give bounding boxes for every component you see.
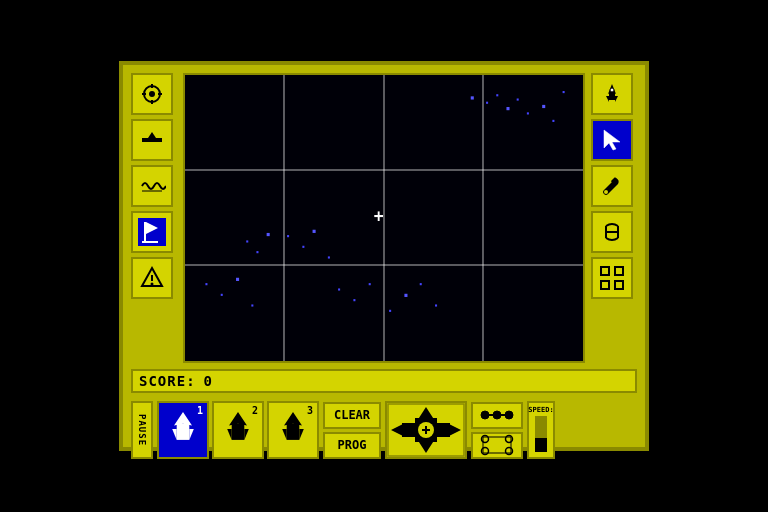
clear-button[interactable]: CLEAR	[323, 402, 381, 429]
svg-rect-25	[517, 98, 519, 100]
alert-icon-btn[interactable]	[131, 257, 173, 299]
dpad-container	[385, 401, 467, 459]
svg-rect-34	[246, 240, 248, 242]
svg-rect-93	[483, 437, 511, 453]
formation-1-button[interactable]	[471, 402, 523, 429]
svg-rect-35	[256, 251, 258, 253]
formation-2-button[interactable]	[471, 432, 523, 459]
rocket-icon-btn[interactable]	[591, 73, 633, 115]
svg-rect-30	[287, 235, 289, 237]
svg-point-1	[149, 91, 155, 97]
svg-rect-22	[486, 102, 488, 104]
svg-point-55	[604, 190, 608, 194]
svg-rect-60	[601, 281, 609, 289]
svg-marker-69	[244, 429, 249, 440]
svg-point-53	[610, 88, 614, 92]
svg-rect-41	[338, 288, 340, 290]
svg-rect-10	[144, 222, 146, 242]
svg-marker-72	[282, 429, 287, 440]
svg-marker-73	[299, 429, 304, 440]
ship-2-button[interactable]: 2	[212, 401, 264, 459]
ship-3-number: 3	[307, 405, 313, 416]
svg-rect-61	[615, 281, 623, 289]
svg-rect-6	[142, 138, 162, 142]
pause-button[interactable]: PAUSE	[131, 401, 153, 459]
game-grid: +	[183, 73, 585, 363]
svg-rect-28	[552, 120, 554, 122]
score-bar: SCORE: 0	[131, 369, 637, 393]
svg-rect-33	[328, 256, 330, 258]
score-value: 0	[204, 373, 213, 389]
svg-rect-40	[251, 304, 253, 306]
right-panel	[591, 73, 637, 363]
svg-marker-54	[604, 130, 620, 150]
svg-rect-47	[435, 304, 437, 306]
svg-rect-42	[353, 299, 355, 301]
svg-marker-70	[284, 412, 302, 426]
prog-button[interactable]: PROG	[323, 432, 381, 459]
svg-rect-39	[236, 278, 239, 281]
svg-rect-27	[542, 105, 545, 108]
game-container: +	[119, 61, 649, 451]
svg-rect-29	[563, 91, 565, 93]
svg-rect-58	[601, 267, 609, 275]
svg-marker-62	[174, 412, 192, 426]
svg-rect-26	[527, 112, 529, 114]
ship-small-icon-btn[interactable]	[131, 119, 173, 161]
ship-1-number: 1	[197, 405, 203, 416]
wrench-icon-btn[interactable]	[591, 165, 633, 207]
svg-rect-43	[369, 283, 371, 285]
svg-rect-67	[232, 424, 245, 440]
cursor-icon-btn[interactable]	[591, 119, 633, 161]
svg-rect-71	[287, 424, 300, 440]
svg-marker-65	[189, 429, 194, 440]
ship-3-button[interactable]: 3	[267, 401, 319, 459]
svg-rect-63	[177, 424, 190, 440]
svg-rect-8	[142, 190, 162, 192]
svg-rect-50	[609, 92, 615, 100]
flag-icon-btn[interactable]	[131, 211, 173, 253]
svg-rect-59	[615, 267, 623, 275]
ship-1-button[interactable]: 1	[157, 401, 209, 459]
svg-marker-51	[606, 96, 609, 102]
speed-bar-fill	[535, 438, 547, 452]
svg-rect-21	[471, 96, 474, 99]
svg-rect-31	[302, 246, 304, 248]
svg-marker-52	[615, 96, 618, 102]
svg-rect-44	[389, 310, 391, 312]
svg-marker-7	[148, 132, 156, 138]
ship-2-number: 2	[252, 405, 258, 416]
svg-rect-32	[313, 230, 316, 233]
main-area: +	[131, 73, 637, 363]
score-label: SCORE:	[139, 373, 196, 389]
speed-bar	[535, 416, 547, 452]
speed-indicator: SPEED:	[527, 401, 555, 459]
wave-icon-btn[interactable]	[131, 165, 173, 207]
action-buttons: CLEAR PROG	[323, 402, 381, 459]
svg-marker-68	[227, 429, 232, 440]
ship-buttons: 1 2 3	[157, 401, 319, 459]
svg-marker-64	[172, 429, 177, 440]
svg-rect-24	[506, 107, 509, 110]
svg-rect-46	[420, 283, 422, 285]
left-panel	[131, 73, 177, 363]
svg-rect-36	[267, 233, 270, 236]
svg-rect-23	[496, 94, 498, 96]
svg-rect-45	[404, 294, 407, 297]
speed-label: SPEED:	[528, 406, 553, 414]
svg-rect-38	[221, 294, 223, 296]
svg-marker-66	[229, 412, 247, 426]
repair-icon-btn[interactable]	[591, 211, 633, 253]
svg-text:+: +	[374, 206, 384, 226]
target-icon-btn[interactable]	[131, 73, 173, 115]
svg-point-15	[151, 283, 154, 286]
grid-lines: +	[185, 75, 583, 361]
bottom-panel: PAUSE 1 2	[131, 399, 637, 461]
formation-buttons	[471, 402, 523, 459]
svg-rect-37	[205, 283, 207, 285]
crosshair-grid-icon-btn[interactable]	[591, 257, 633, 299]
